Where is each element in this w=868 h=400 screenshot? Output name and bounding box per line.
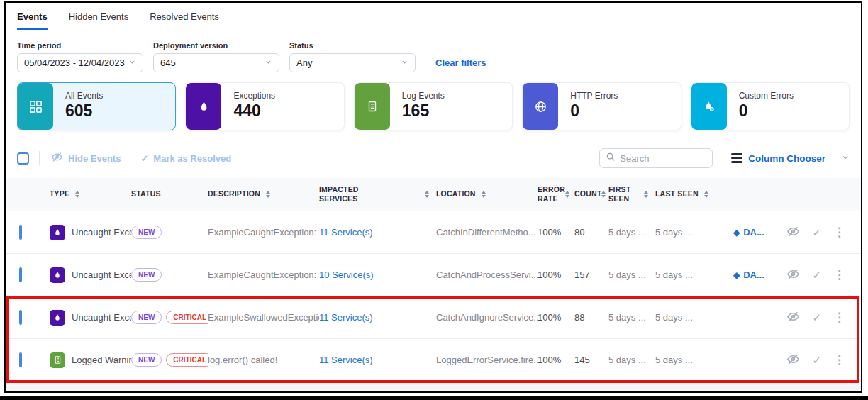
event-location: CatchAndIgnoreService... [436,312,538,323]
hide-event-icon[interactable] [786,225,800,240]
table-row[interactable]: Uncaught Exce... NEW ExampleCaughtExcept… [6,254,861,296]
row-checkbox[interactable] [19,267,22,282]
sort-icon[interactable] [704,191,708,198]
kebab-menu-icon[interactable]: ⋮ [833,352,845,367]
time-period-value: 05/04/2023 - 12/04/2023 [24,57,125,68]
card-label: All Events [65,91,103,101]
ticket-link[interactable]: ◆ DA... [733,270,777,280]
card-all-events[interactable]: All Events 605 [17,82,176,130]
hide-event-icon[interactable] [786,352,800,368]
mark-resolved-button[interactable]: ✓ Mark as Resolved [140,153,231,164]
resolve-check-icon[interactable]: ✓ [812,269,821,282]
divider [39,151,40,165]
header-last-seen[interactable]: LAST SEEN [655,189,733,199]
table-row[interactable]: Uncaught Exce... NEW ExampleCaughtExcept… [6,211,861,254]
globe-icon [523,83,558,130]
card-http-errors[interactable]: HTTP Errors 0 [522,82,681,130]
custom-error-icon [691,83,727,130]
card-value: 605 [65,101,103,121]
deployment-version-select[interactable]: 645 [153,53,279,72]
row-checkbox[interactable] [19,225,22,240]
sort-icon[interactable] [601,191,606,198]
card-label: Custom Errors [739,91,794,101]
tab-events[interactable]: Events [17,11,48,30]
exception-icon [50,310,65,326]
tab-resolved-events[interactable]: Resolved Events [150,11,219,30]
header-type[interactable]: TYPE [50,189,131,199]
sort-icon[interactable] [644,191,648,198]
check-icon: ✓ [140,153,148,164]
search-box [599,148,713,168]
critical-badge: CRITICAL [166,353,208,367]
tab-bar: Events Hidden Events Resolved Events [6,3,861,30]
table-row[interactable]: Logged Warning NEW CRITICAL log.error() … [6,339,861,382]
header-description[interactable]: DESCRIPTION [208,189,319,199]
resolve-check-icon[interactable]: ✓ [812,226,821,239]
select-all-checkbox[interactable] [17,152,29,165]
flame-icon [186,83,221,130]
bulk-action-toolbar: Hide Events ✓ Mark as Resolved Column Ch… [6,148,861,169]
deployment-version-label: Deployment version [153,41,279,50]
card-custom-errors[interactable]: Custom Errors 0 [691,82,850,130]
time-period-select[interactable]: 05/04/2023 - 12/04/2023 [17,53,143,72]
event-location: CatchAndProcessServi... [436,270,538,280]
header-error-rate[interactable]: ERROR RATE [538,185,574,204]
search-icon [606,152,616,165]
tab-hidden-events[interactable]: Hidden Events [69,11,129,30]
sort-icon[interactable] [425,191,429,198]
header-location[interactable]: LOCATION [436,189,538,199]
search-input[interactable] [620,153,698,164]
resolve-check-icon[interactable]: ✓ [812,311,821,324]
first-seen: 5 days ... [608,355,655,365]
mark-resolved-label: Mark as Resolved [153,153,231,164]
log-icon [50,352,65,368]
sort-icon[interactable] [565,191,569,198]
hide-event-icon[interactable] [786,310,800,326]
table-row[interactable]: Uncaught Exce... NEW CRITICAL ExampleSwa… [6,296,861,339]
row-checkbox[interactable] [19,310,22,325]
kebab-menu-icon[interactable]: ⋮ [833,310,845,325]
impacted-services-link[interactable]: 11 Service(s) [319,312,373,323]
hide-event-icon[interactable] [786,267,800,283]
header-count[interactable]: COUNT [574,189,608,199]
impacted-services-link[interactable]: 11 Service(s) [319,227,373,238]
column-chooser-label: Column Chooser [748,153,825,164]
resolve-check-icon[interactable]: ✓ [812,354,821,367]
ticket-link[interactable]: ◆ DA... [733,227,777,238]
sort-icon[interactable] [482,191,486,198]
impacted-services-link[interactable]: 11 Service(s) [319,355,373,365]
hide-events-button[interactable]: Hide Events [51,151,121,165]
chevron-down-icon [265,57,272,68]
hamburger-icon [731,153,742,163]
last-seen: 5 days ... [655,312,733,323]
sort-icon[interactable] [75,191,79,198]
event-location: LoggedErrorService.fire... [436,355,538,365]
event-type: Logged Warning [72,355,131,365]
filter-bar: Time period 05/04/2023 - 12/04/2023 Depl… [6,30,861,72]
clear-filters-button[interactable]: Clear filters [435,57,486,68]
impacted-services-link[interactable]: 10 Service(s) [319,270,374,280]
event-count: 145 [574,355,608,365]
card-value: 165 [402,101,445,121]
header-status: STATUS [131,189,208,199]
card-label: Exceptions [233,91,275,101]
last-seen: 5 days ... [655,270,733,280]
error-rate: 100% [538,312,574,323]
header-first-seen[interactable]: FIRST SEEN [608,185,655,204]
exception-icon [50,225,65,240]
header-impacted-services[interactable]: IMPACTED SERVICES [319,185,436,204]
row-checkbox[interactable] [19,352,22,367]
table-footer-area [6,382,861,391]
card-log-events[interactable]: Log Events 165 [354,82,513,130]
column-chooser-button[interactable]: Column Chooser [731,152,850,165]
card-exceptions[interactable]: Exceptions 440 [185,82,344,130]
card-value: 0 [739,101,794,121]
event-description: log.error() called! [208,355,319,365]
kebab-menu-icon[interactable]: ⋮ [833,267,845,282]
first-seen: 5 days ... [608,227,655,238]
jira-diamond-icon: ◆ [733,228,740,238]
event-count: 80 [574,227,608,238]
sort-icon[interactable] [266,191,270,198]
kebab-menu-icon[interactable]: ⋮ [833,225,845,240]
status-select[interactable]: Any [289,53,416,72]
